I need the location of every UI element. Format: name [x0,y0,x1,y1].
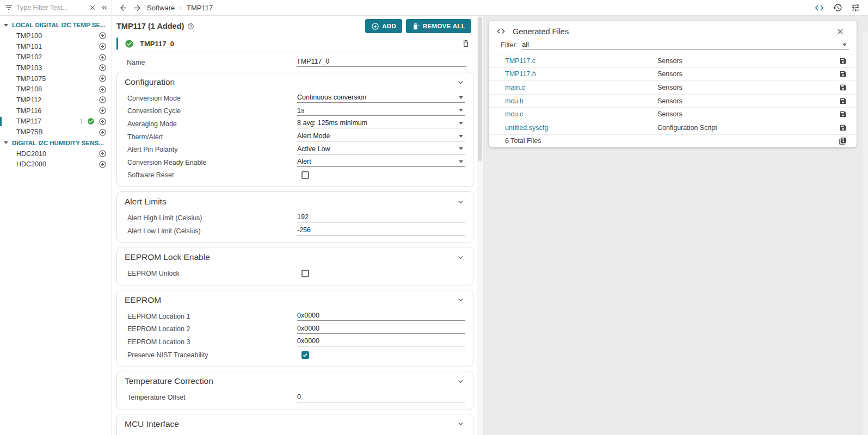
field-checkbox[interactable] [301,171,309,179]
field-row: EEPROM Unlock [117,267,473,280]
clear-filter-icon[interactable] [89,4,96,11]
field-input[interactable]: 0x0000 [297,337,465,346]
filter-icon [4,3,13,12]
remove-all-button-label: REMOVE ALL [423,23,465,29]
breadcrumb-software[interactable]: Software [147,4,175,12]
file-category: Sensors [657,97,839,105]
field-input[interactable]: 192 [297,213,465,222]
section-title-row: EEPROM Lock Enable [117,247,473,267]
config-section-card: EEPROM EEPROM Location 1 0x0000 EEPROM L… [116,290,473,366]
add-instance-icon[interactable] [99,150,107,158]
save-file-icon[interactable] [839,110,847,118]
file-link[interactable]: mcu.h [505,97,657,105]
remove-all-button[interactable]: REMOVE ALL [406,19,471,33]
sidebar-item-label: TMP103 [16,64,99,72]
sidebar-item[interactable]: TMP100 [0,30,112,41]
file-link[interactable]: TMP117.h [505,70,657,78]
forward-icon[interactable] [133,3,142,13]
module-config-panel: TMP117 (1 Added) ADD REMOVE ALL [112,16,477,435]
section-title-row: Temperature Correction [117,371,473,391]
field-checkbox[interactable] [301,351,309,359]
add-instance-icon[interactable] [99,107,107,115]
sidebar-item[interactable]: TMP117 1 [0,116,112,127]
field-select[interactable]: Continuous conversion [297,94,465,103]
save-file-icon[interactable] [839,57,847,65]
file-link[interactable]: mcu.c [505,110,657,118]
name-input[interactable]: TMP117_0 [297,58,466,67]
sidebar-item[interactable]: TMP108 [0,84,112,95]
sidebar-item[interactable]: HDC2080 [0,159,112,170]
sidebar-item[interactable]: TMP102 [0,52,112,63]
sidebar-item[interactable]: TMP112 [0,95,112,105]
sidebar-item[interactable]: TMP101 [0,41,112,52]
field-select[interactable]: Alert [297,158,465,167]
section-collapse-icon[interactable] [456,78,465,87]
history-icon[interactable] [833,3,842,13]
section-collapse-icon[interactable] [456,419,465,428]
add-instance-icon[interactable] [99,117,107,126]
add-instance-icon[interactable] [99,64,107,72]
section-collapse-icon[interactable] [456,197,465,207]
field-select[interactable]: 8 avg: 125ms minimum [297,119,465,128]
add-instance-icon[interactable] [99,160,107,169]
save-file-icon[interactable] [839,70,847,78]
file-link[interactable]: untitled.syscfg [505,124,657,132]
field-select-value: Alert [297,158,311,165]
section-collapse-icon[interactable] [456,377,465,386]
file-filter-select[interactable]: all [522,41,849,50]
add-instance-icon[interactable] [99,53,107,61]
file-link[interactable]: main.c [505,84,657,91]
field-checkbox[interactable] [301,270,309,277]
sidebar-item-label: TMP117 [16,117,80,125]
field-row: Averaging Mode 8 avg: 125ms minimum [117,117,473,130]
field-input[interactable]: -256 [297,226,465,235]
sensor-group-header[interactable]: LOCAL DIGITAL I2C TEMP SE... [0,20,112,30]
filter-input[interactable] [16,4,85,11]
close-icon[interactable] [836,27,845,36]
field-select[interactable]: Active Low [297,145,465,154]
collapse-sidebar-icon[interactable] [100,3,108,12]
add-instance-icon[interactable] [99,74,107,83]
help-icon[interactable] [187,23,194,30]
save-file-icon[interactable] [839,84,847,91]
delete-instance-icon[interactable] [461,39,470,48]
save-file-icon[interactable] [839,124,847,132]
back-icon[interactable] [119,3,128,13]
add-button[interactable]: ADD [365,19,402,33]
field-input-value: 0 [297,393,301,401]
add-instance-icon[interactable] [99,42,107,51]
file-filter-value: all [522,41,529,48]
field-input[interactable]: 0x0000 [297,312,465,321]
field-select-value: Active Low [297,145,330,153]
add-instance-icon[interactable] [99,128,107,136]
sensor-group-header[interactable]: DIGITAL I2C HUMIDITY SENS... [0,138,112,148]
save-file-icon[interactable] [839,97,847,105]
sidebar-item[interactable]: TMP75B [0,127,112,138]
page-scrollbar[interactable] [863,32,868,435]
field-input[interactable]: 0 [297,393,465,402]
instance-card-header[interactable]: TMP117_0 [116,35,477,52]
code-view-icon[interactable] [814,3,824,13]
sidebar-item[interactable]: HDC2010 [0,148,112,159]
field-input[interactable]: 0x0000 [297,325,465,334]
section-collapse-icon[interactable] [456,295,465,304]
field-row: Temperature Offset 0 [117,391,473,404]
field-select-value: Continuous conversion [297,94,366,101]
preferences-icon[interactable] [851,3,860,13]
add-instance-icon[interactable] [99,32,107,40]
field-select[interactable]: Alert Mode [297,132,465,141]
add-instance-icon[interactable] [99,96,107,104]
sidebar-item[interactable]: TMP1075 [0,73,112,84]
section-title: EEPROM [125,295,161,305]
section-collapse-icon[interactable] [456,253,465,262]
save-all-files-icon[interactable] [839,137,847,145]
add-instance-icon[interactable] [99,85,107,94]
field-select[interactable]: 1s [297,107,465,116]
file-link[interactable]: TMP117.c [505,57,657,65]
main-scrollbar-thumb[interactable] [478,17,482,161]
remove-all-icon [412,22,420,30]
field-select-value: 1s [297,107,304,114]
sidebar-item[interactable]: TMP116 [0,105,112,116]
sidebar-item[interactable]: TMP103 [0,63,112,73]
main-scrollbar[interactable] [477,16,483,435]
